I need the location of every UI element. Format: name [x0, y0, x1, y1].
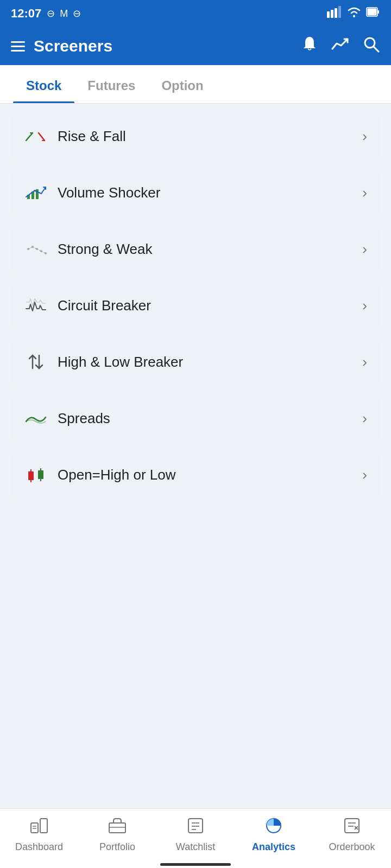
trend-icon[interactable] — [331, 36, 350, 57]
portfolio-icon — [108, 818, 127, 838]
spreads-icon — [24, 410, 48, 427]
screener-label: Spreads — [58, 410, 110, 427]
nav-analytics-label: Analytics — [252, 841, 295, 853]
svg-rect-2 — [335, 8, 337, 18]
svg-rect-7 — [368, 9, 377, 16]
list-item[interactable]: Spreads › — [11, 394, 380, 442]
status-bar: 12:07 ⊖ M ⊖ — [0, 0, 391, 27]
tab-stock[interactable]: Stock — [13, 65, 74, 103]
svg-rect-36 — [188, 819, 203, 833]
svg-rect-41 — [345, 819, 359, 833]
list-item[interactable]: Strong & Weak › — [11, 225, 380, 273]
list-item[interactable]: Rise & Fall › — [11, 112, 380, 160]
nav-portfolio-label: Portfolio — [99, 841, 135, 853]
orderbook-icon — [343, 818, 361, 838]
bottom-nav: Dashboard Portfolio Watchlist — [0, 808, 391, 868]
signal-icon — [327, 6, 342, 21]
screener-label: Open=High or Low — [58, 467, 176, 483]
svg-line-21 — [41, 251, 46, 253]
svg-line-18 — [28, 247, 33, 249]
circuit-breaker-icon — [24, 297, 48, 314]
analytics-icon — [264, 818, 283, 838]
svg-line-9 — [374, 47, 379, 52]
svg-line-20 — [37, 249, 41, 251]
chevron-right-icon: › — [362, 354, 367, 371]
screener-label: High & Low Breaker — [58, 354, 183, 371]
rise-fall-icon — [24, 127, 48, 145]
menu-button[interactable] — [11, 41, 25, 52]
status-right-icons — [327, 6, 380, 21]
chevron-right-icon: › — [362, 467, 367, 483]
notification-icon[interactable] — [301, 36, 318, 57]
svg-rect-24 — [28, 471, 34, 480]
search-icon[interactable] — [363, 36, 380, 57]
list-item[interactable]: High & Low Breaker › — [11, 338, 380, 386]
nav-portfolio[interactable]: Portfolio — [78, 818, 156, 853]
chevron-right-icon: › — [362, 184, 367, 201]
svg-point-4 — [353, 15, 355, 17]
page-title: Screeners — [34, 37, 112, 55]
nav-orderbook-label: Orderbook — [329, 841, 375, 853]
screener-label: Circuit Breaker — [58, 297, 151, 314]
svg-rect-27 — [38, 470, 43, 479]
chevron-right-icon: › — [362, 128, 367, 145]
screener-label: Rise & Fall — [58, 128, 126, 145]
screener-list: Rise & Fall › Volume Shocker › — [0, 104, 391, 507]
svg-rect-1 — [331, 10, 333, 18]
nav-dashboard-label: Dashboard — [15, 841, 63, 853]
tabs-container: Stock Futures Option — [0, 65, 391, 104]
svg-rect-6 — [377, 10, 379, 14]
strong-weak-icon — [24, 240, 48, 258]
list-item[interactable]: Circuit Breaker › — [11, 282, 380, 329]
screener-label: Volume Shocker — [58, 184, 160, 201]
nav-watchlist[interactable]: Watchlist — [156, 818, 235, 853]
wifi-icon — [346, 6, 362, 21]
chevron-right-icon: › — [362, 410, 367, 427]
watchlist-icon — [186, 818, 205, 838]
nav-dashboard[interactable]: Dashboard — [0, 818, 78, 853]
chevron-right-icon: › — [362, 297, 367, 314]
svg-rect-31 — [40, 819, 47, 833]
volume-shocker-icon — [24, 184, 48, 201]
svg-rect-3 — [338, 6, 341, 18]
nav-watchlist-label: Watchlist — [176, 841, 215, 853]
svg-rect-34 — [109, 823, 125, 833]
battery-icon — [366, 6, 380, 21]
tab-option[interactable]: Option — [148, 65, 216, 103]
status-time: 12:07 — [11, 7, 41, 21]
svg-rect-0 — [327, 11, 330, 18]
list-item[interactable]: Volume Shocker › — [11, 169, 380, 216]
screener-label: Strong & Weak — [58, 241, 152, 258]
high-low-breaker-icon — [24, 353, 48, 371]
svg-rect-30 — [31, 823, 38, 833]
open-high-low-icon — [24, 466, 48, 483]
header: Screeners — [0, 27, 391, 65]
nav-orderbook[interactable]: Orderbook — [313, 818, 391, 853]
status-app-icons: ⊖ M ⊖ — [47, 8, 82, 20]
home-indicator — [160, 863, 231, 866]
svg-line-19 — [33, 247, 37, 249]
nav-analytics[interactable]: Analytics — [235, 818, 313, 853]
dashboard-icon — [30, 818, 48, 838]
list-item[interactable]: Open=High or Low › — [11, 451, 380, 499]
chevron-right-icon: › — [362, 241, 367, 258]
tab-futures[interactable]: Futures — [74, 65, 148, 103]
